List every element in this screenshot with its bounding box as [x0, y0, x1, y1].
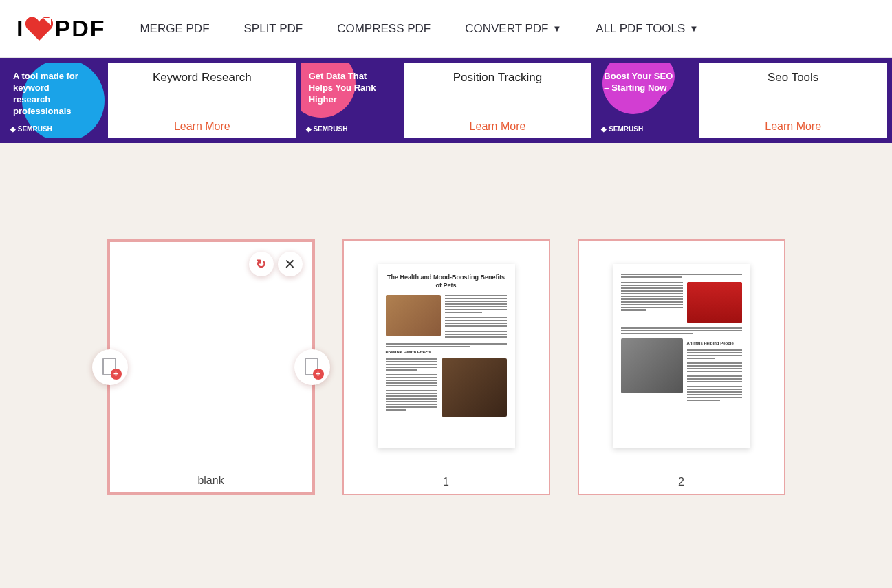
- doc-subheading: Animals Helping People: [687, 341, 742, 347]
- page-thumbnail-2[interactable]: Animals Helping People 2: [578, 239, 785, 495]
- ad-headline: Get Data That Helps You Rank Higher: [309, 71, 384, 106]
- nav-compress[interactable]: COMPRESS PDF: [337, 22, 431, 36]
- doc-image: [687, 282, 742, 323]
- ad-image: Get Data That Helps You Rank Higher ◆ SE…: [301, 63, 404, 138]
- page-thumbnail-1[interactable]: The Health and Mood-Boosting Benefits of…: [342, 239, 550, 495]
- rotate-icon: ↻: [256, 257, 266, 272]
- ad-headline: A tool made for keyword research profess…: [13, 71, 89, 118]
- nav-merge[interactable]: MERGE PDF: [140, 22, 209, 36]
- page-label: blank: [110, 470, 312, 492]
- doc-subheading: Possible Health Effects: [386, 350, 507, 356]
- ad-card[interactable]: Boost Your SEO – Starting Now ◆ SEMRUSH …: [596, 63, 887, 138]
- ad-image: Boost Your SEO – Starting Now ◆ SEMRUSH: [596, 63, 699, 138]
- add-page-after-button[interactable]: +: [294, 349, 330, 385]
- close-icon: ✕: [284, 256, 296, 272]
- ad-card[interactable]: Get Data That Helps You Rank Higher ◆ SE…: [301, 63, 592, 138]
- page-label: 1: [344, 472, 549, 494]
- remove-page-button[interactable]: ✕: [278, 252, 303, 276]
- nav-convert[interactable]: CONVERT PDF▼: [465, 22, 561, 36]
- ad-cta[interactable]: Learn More: [416, 120, 580, 133]
- ad-brand: ◆ SEMRUSH: [601, 125, 643, 133]
- ad-headline: Boost Your SEO – Starting Now: [604, 71, 679, 94]
- page-actions: ↻ ✕: [249, 252, 303, 276]
- rotate-page-button[interactable]: ↻: [249, 252, 274, 276]
- doc-image: [386, 295, 441, 336]
- ad-brand: ◆ SEMRUSH: [306, 125, 348, 133]
- doc-image: [442, 358, 507, 417]
- ad-image: A tool made for keyword research profess…: [5, 63, 108, 138]
- caret-down-icon: ▼: [689, 23, 698, 34]
- page-workspace: + ↻ ✕ blank + The Health and Mood-Boosti…: [0, 143, 892, 523]
- ad-card[interactable]: A tool made for keyword research profess…: [5, 63, 296, 138]
- logo-prefix: I: [17, 15, 24, 42]
- ad-brand: ◆ SEMRUSH: [10, 125, 52, 133]
- ad-bar: A tool made for keyword research profess…: [0, 58, 892, 143]
- ad-title: Keyword Research: [120, 71, 284, 85]
- heart-icon: [25, 17, 53, 41]
- doc-image: [621, 338, 683, 393]
- document-preview: Animals Helping People: [613, 264, 750, 448]
- page-label: 2: [579, 472, 784, 494]
- caret-down-icon: ▼: [552, 23, 561, 34]
- ad-title: Position Tracking: [416, 71, 580, 85]
- ad-title: Seo Tools: [711, 71, 875, 85]
- doc-title: The Health and Mood-Boosting Benefits of…: [386, 274, 507, 290]
- nav-split[interactable]: SPLIT PDF: [244, 22, 303, 36]
- logo[interactable]: I PDF: [17, 15, 105, 42]
- document-preview: The Health and Mood-Boosting Benefits of…: [378, 264, 515, 448]
- add-page-icon: +: [305, 358, 320, 377]
- logo-suffix: PDF: [54, 15, 105, 42]
- add-page-before-button[interactable]: +: [92, 349, 128, 385]
- main-nav: MERGE PDF SPLIT PDF COMPRESS PDF CONVERT…: [140, 22, 698, 36]
- page-thumbnail-blank[interactable]: + ↻ ✕ blank +: [107, 239, 315, 495]
- ad-cta[interactable]: Learn More: [711, 120, 875, 133]
- header: I PDF MERGE PDF SPLIT PDF COMPRESS PDF C…: [0, 0, 892, 58]
- add-page-icon: +: [102, 358, 118, 377]
- ad-cta[interactable]: Learn More: [120, 120, 284, 133]
- nav-all-tools[interactable]: ALL PDF TOOLS▼: [596, 22, 698, 36]
